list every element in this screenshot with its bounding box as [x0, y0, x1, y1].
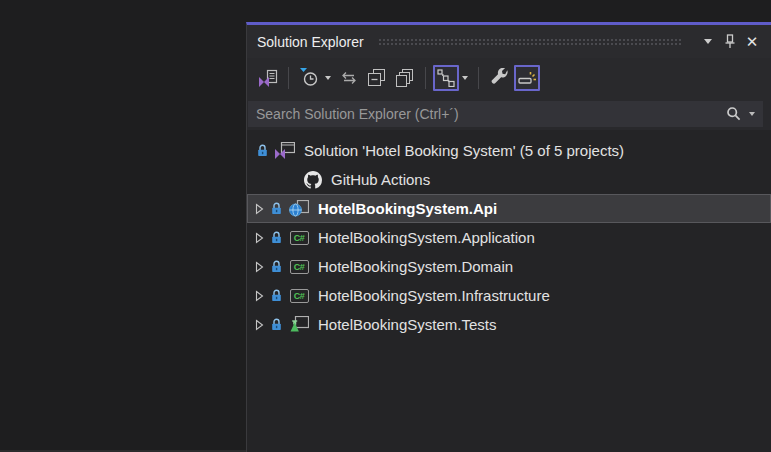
pin-button[interactable] [719, 31, 741, 53]
pending-changes-filter-icon [300, 68, 319, 87]
panel-title: Solution Explorer [257, 34, 364, 50]
close-button[interactable]: ✕ [741, 31, 763, 53]
tree-row-api[interactable]: HotelBookingSystem.Api [247, 194, 771, 223]
collapse-all-button[interactable] [364, 65, 390, 91]
expand-chevron-icon[interactable] [252, 261, 267, 273]
tree-item-label: HotelBookingSystem.Api [318, 200, 497, 217]
toolbar-separator [288, 67, 289, 89]
file-nesting-button[interactable] [433, 65, 459, 91]
window-position-button[interactable] [697, 31, 719, 53]
lock-icon [268, 289, 284, 302]
tree-row-application[interactable]: C# HotelBookingSystem.Application [247, 223, 771, 252]
sync-with-active-document-button[interactable] [336, 65, 362, 91]
titlebar-grip[interactable] [378, 38, 683, 47]
tree-row-tests[interactable]: HotelBookingSystem.Tests [247, 310, 771, 339]
tree-item-label: HotelBookingSystem.Tests [318, 316, 496, 333]
pending-changes-filter-button[interactable] [296, 65, 322, 91]
preview-selected-items-button[interactable] [514, 65, 540, 91]
tree-row-github-actions[interactable]: GitHub Actions [247, 165, 771, 194]
expand-chevron-icon[interactable] [252, 290, 267, 302]
lock-icon [254, 144, 270, 157]
panel-toolbar [247, 58, 771, 97]
search-options-chevron-icon[interactable] [749, 112, 755, 116]
lock-icon [268, 318, 284, 331]
expand-chevron-icon[interactable] [252, 232, 267, 244]
filter-dropdown-icon[interactable] [325, 76, 331, 80]
expand-chevron-icon[interactable] [252, 203, 267, 215]
properties-button[interactable] [486, 65, 512, 91]
toolbar-separator [425, 67, 426, 89]
close-icon: ✕ [746, 34, 759, 49]
tree-row-solution[interactable]: Solution 'Hotel Booking System' (5 of 5 … [247, 136, 771, 165]
search-row [247, 97, 771, 130]
test-project-icon [287, 316, 311, 333]
csharp-project-icon: C# [287, 231, 311, 245]
window-position-chevron-icon [704, 39, 712, 44]
csharp-project-icon: C# [287, 260, 311, 274]
search-icon[interactable] [726, 106, 742, 122]
collapse-all-icon [368, 69, 386, 87]
preview-selected-items-icon [518, 69, 537, 86]
web-project-icon [287, 200, 311, 217]
panel-titlebar: Solution Explorer ✕ [247, 25, 771, 58]
search-input[interactable] [256, 106, 726, 122]
tree-item-label: GitHub Actions [331, 171, 430, 188]
properties-icon [490, 68, 509, 87]
tree-row-infrastructure[interactable]: C# HotelBookingSystem.Infrastructure [247, 281, 771, 310]
switch-views-button[interactable] [255, 65, 281, 91]
show-all-files-button[interactable] [392, 65, 418, 91]
tree-row-domain[interactable]: C# HotelBookingSystem.Domain [247, 252, 771, 281]
expand-chevron-icon[interactable] [252, 319, 267, 331]
solution-icon [273, 142, 297, 159]
lock-icon [268, 231, 284, 244]
tree-item-label: HotelBookingSystem.Infrastructure [318, 287, 550, 304]
csharp-project-icon: C# [287, 289, 311, 303]
switch-views-icon [259, 69, 278, 87]
file-nesting-icon [437, 69, 455, 87]
solution-tree: Solution 'Hotel Booking System' (5 of 5 … [247, 136, 771, 452]
nesting-dropdown-icon[interactable] [462, 76, 468, 80]
lock-icon [268, 260, 284, 273]
pin-icon [723, 34, 737, 49]
show-all-files-icon [396, 69, 414, 87]
tree-item-label: Solution 'Hotel Booking System' (5 of 5 … [304, 142, 624, 159]
toolbar-separator [478, 67, 479, 89]
solution-explorer-panel: Solution Explorer ✕ [246, 22, 771, 452]
sync-with-active-document-icon [340, 71, 358, 85]
search-box[interactable] [248, 101, 763, 127]
tree-item-label: HotelBookingSystem.Application [318, 229, 535, 246]
lock-icon [268, 202, 284, 215]
tree-item-label: HotelBookingSystem.Domain [318, 258, 513, 275]
github-icon [302, 171, 324, 189]
